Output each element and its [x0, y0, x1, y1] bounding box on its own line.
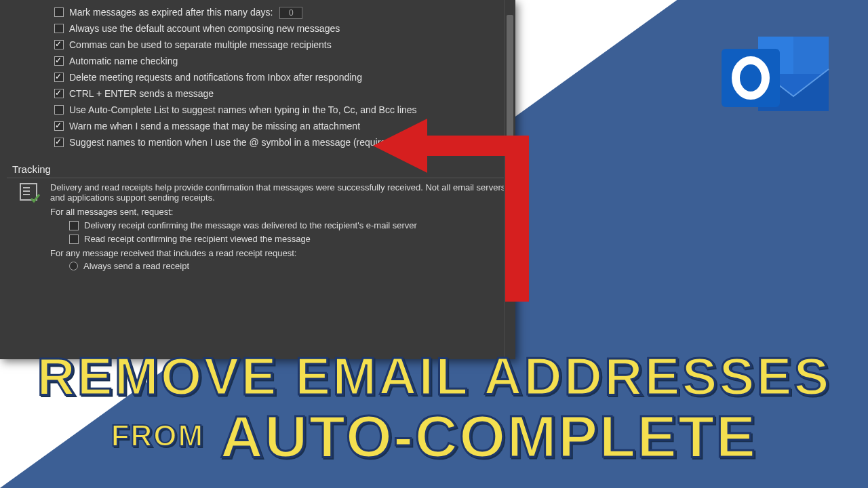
- option-commas-label: Commas can be used to separate multiple …: [69, 39, 332, 52]
- option-default-account-label: Always use the default account when comp…: [69, 22, 340, 35]
- option-delete-requests-label: Delete meeting requests and notification…: [69, 71, 362, 84]
- checkbox-warn-attach[interactable]: [54, 121, 64, 131]
- title-line-1: REMOVE EMAIL ADDRESSES: [0, 350, 868, 403]
- receipt-icon: [19, 182, 41, 204]
- checkbox-delivery-receipt[interactable]: [69, 221, 79, 230]
- option-ctrl-enter-label: CTRL + ENTER sends a message: [69, 87, 214, 100]
- expire-days-field[interactable]: 0: [279, 7, 302, 19]
- checkbox-default-account[interactable]: [54, 24, 64, 33]
- tracking-delivery-label: Delivery receipt confirming the message …: [84, 220, 417, 230]
- radio-always-send[interactable]: [69, 262, 78, 270]
- checkbox-autocomplete[interactable]: [54, 105, 64, 115]
- checkbox-commas[interactable]: [54, 40, 64, 49]
- option-expire-label: Mark messages as expired after this many…: [69, 6, 302, 19]
- option-warn-attach-label: Warn me when I send a message that may b…: [69, 120, 360, 133]
- checkbox-ctrl-enter[interactable]: [54, 89, 64, 98]
- option-default-account-row: Always use the default account when comp…: [54, 22, 495, 35]
- option-commas-row: Commas can be used to separate multiple …: [54, 39, 495, 52]
- checkbox-suggest-mention[interactable]: [54, 138, 64, 147]
- option-delete-requests-row: Delete meeting requests and notification…: [54, 71, 495, 84]
- outlook-logo-icon: [717, 27, 833, 129]
- checkbox-delete-requests[interactable]: [54, 73, 64, 82]
- option-autocomplete-label: Use Auto-Complete List to suggest names …: [69, 104, 417, 117]
- highlight-arrow-icon: [373, 119, 549, 325]
- option-name-check-row: Automatic name checking: [54, 55, 495, 68]
- checkbox-expire[interactable]: [54, 7, 64, 17]
- option-ctrl-enter-row: CTRL + ENTER sends a message: [54, 87, 495, 100]
- svg-rect-3: [793, 37, 829, 74]
- thumbnail-title: REMOVE EMAIL ADDRESSES FROM AUTO-COMPLET…: [0, 350, 868, 466]
- checkbox-read-receipt[interactable]: [69, 235, 79, 244]
- title-line-2: FROM AUTO-COMPLETE: [0, 407, 868, 466]
- title-from: FROM: [111, 419, 205, 452]
- option-name-check-label: Automatic name checking: [69, 55, 178, 68]
- tracking-always-label: Always send a read receipt: [83, 261, 189, 271]
- tracking-read-label: Read receipt confirming the recipient vi…: [84, 234, 311, 244]
- option-autocomplete-row: Use Auto-Complete List to suggest names …: [54, 104, 495, 117]
- checkbox-name-check[interactable]: [54, 56, 64, 66]
- option-expire-row: Mark messages as expired after this many…: [54, 6, 495, 19]
- title-autocomplete: AUTO-COMPLETE: [220, 403, 757, 470]
